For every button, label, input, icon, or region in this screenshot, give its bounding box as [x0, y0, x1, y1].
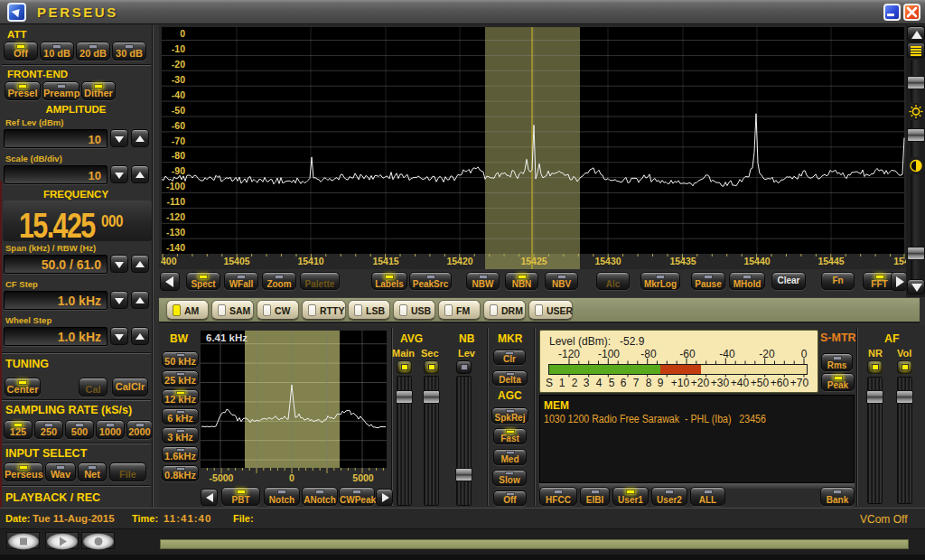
svg-text:0: 0: [180, 28, 185, 39]
svg-text:-40: -40: [172, 89, 185, 100]
svg-text:15425: 15425: [520, 256, 547, 266]
svg-text:-110: -110: [167, 196, 186, 207]
svg-text:-130: -130: [166, 227, 185, 238]
svg-text:-80: -80: [172, 150, 185, 161]
svg-text:15410: 15410: [297, 256, 323, 266]
svg-text:400: 400: [161, 256, 177, 266]
svg-text:-100: -100: [166, 181, 185, 191]
svg-text:15435: 15435: [669, 256, 696, 266]
svg-text:-70: -70: [172, 135, 185, 146]
svg-text:15440: 15440: [743, 256, 770, 266]
svg-text:15405: 15405: [223, 256, 249, 266]
svg-text:15420: 15420: [446, 256, 472, 266]
svg-text:-50: -50: [172, 105, 185, 116]
svg-text:-120: -120: [166, 211, 185, 222]
svg-text:15445: 15445: [818, 256, 844, 266]
svg-text:15415: 15415: [372, 256, 398, 266]
svg-text:-140: -140: [166, 242, 185, 253]
svg-text:15430: 15430: [594, 256, 621, 266]
svg-text:-60: -60: [172, 120, 185, 131]
svg-text:-10: -10: [172, 43, 185, 54]
svg-text:-90: -90: [172, 165, 185, 176]
svg-text:-20: -20: [172, 59, 185, 70]
svg-text:-30: -30: [172, 74, 185, 85]
